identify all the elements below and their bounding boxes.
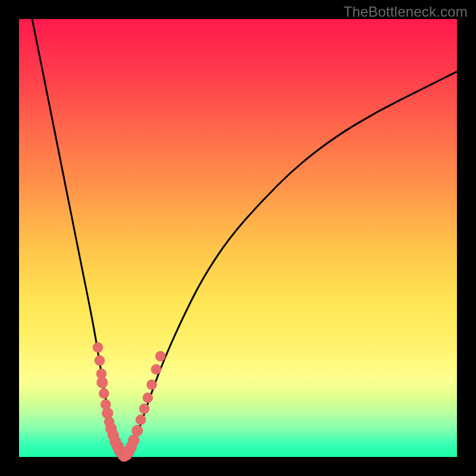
curve-marker (151, 364, 161, 374)
bottleneck-curve (32, 19, 457, 456)
curve-marker (99, 389, 109, 399)
curve-marker (131, 425, 143, 437)
curve-marker (95, 356, 105, 366)
watermark-text: TheBottleneck.com (343, 4, 468, 20)
chart-frame: TheBottleneck.com (0, 0, 476, 476)
curve-marker (139, 404, 149, 414)
curve-marker (97, 377, 108, 389)
plot-area (19, 19, 457, 457)
curve-marker (155, 351, 165, 361)
curve-marker (143, 393, 153, 403)
curve-marker (147, 380, 157, 390)
curve-markers (93, 343, 165, 462)
curve-marker (93, 343, 103, 353)
curve-layer (19, 19, 457, 457)
curve-marker (129, 435, 140, 446)
curve-marker (136, 415, 146, 425)
